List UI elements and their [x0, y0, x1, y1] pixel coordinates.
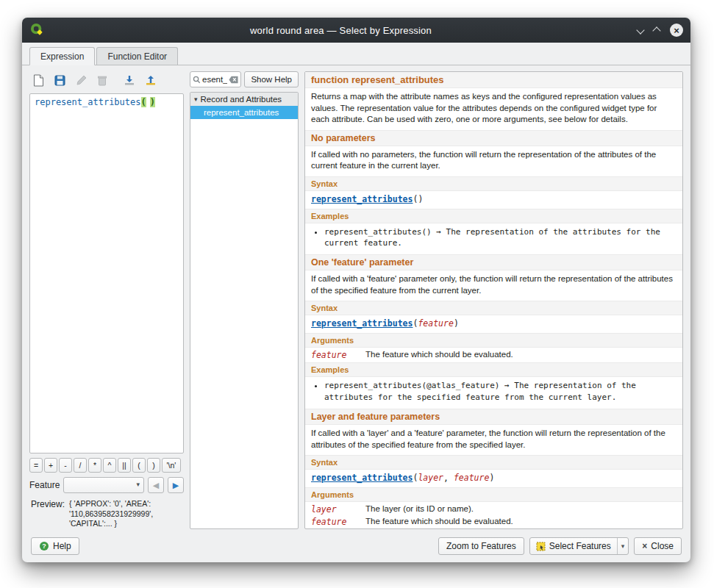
show-help-button[interactable]: Show Help: [244, 71, 299, 87]
select-features-dropdown[interactable]: ▾: [617, 538, 629, 554]
syntax-code: represent_attributes(layer, feature): [311, 473, 676, 483]
delete-expression-button[interactable]: [93, 71, 111, 89]
zoom-to-features-button[interactable]: Zoom to Features: [438, 537, 524, 555]
chevron-down-icon: ▾: [621, 542, 625, 550]
next-feature-button[interactable]: ▶: [168, 477, 184, 493]
syntax-fn: represent_attributes: [311, 194, 413, 204]
chevron-down-icon: ▾: [136, 481, 140, 488]
syntax-arg: feature: [418, 318, 453, 329]
pencil-icon: [76, 75, 87, 86]
operator-newline-button[interactable]: '\n': [162, 458, 181, 473]
feature-row: Feature ▾ ◀ ▶: [29, 477, 184, 493]
operator-divide-button[interactable]: /: [74, 458, 87, 473]
operator-equals-button[interactable]: =: [29, 458, 43, 473]
argument-description: The layer (or its ID or name).: [365, 504, 676, 514]
new-file-icon: [33, 74, 44, 87]
argument-row: feature The feature which should be eval…: [311, 350, 676, 360]
section-heading-layer-and-feature: Layer and feature parameters: [305, 409, 682, 425]
export-icon: [145, 74, 157, 86]
feature-combobox[interactable]: ▾: [63, 477, 144, 493]
examples-label: Examples: [305, 362, 682, 377]
example-code: represent_attributes(@atlas_feature): [324, 381, 499, 390]
help-intro: Returns a map with the attribute names a…: [311, 91, 676, 126]
tree-item-represent-attributes[interactable]: represent_attributes: [190, 106, 298, 119]
svg-text:?: ?: [42, 542, 46, 550]
close-paren: ): [150, 97, 155, 107]
arguments-label: Arguments: [305, 487, 682, 502]
expression-toolbar: [29, 71, 184, 89]
argument-description: The feature which should be evaluated.: [365, 350, 676, 360]
previous-feature-button[interactable]: ◀: [148, 477, 164, 493]
syntax-label: Syntax: [305, 455, 682, 470]
help-button-label: Help: [53, 541, 71, 551]
tree-group-label: Record and Attributes: [201, 95, 282, 104]
clear-search-icon[interactable]: [229, 76, 238, 84]
tab-bar: Expression Function Editor: [22, 43, 690, 65]
titlebar[interactable]: world round area — Select by Expression …: [22, 18, 690, 43]
syntax-code: represent_attributes(feature): [311, 318, 676, 329]
operator-open-paren-button[interactable]: (: [132, 458, 146, 473]
window-close-button[interactable]: ×: [670, 24, 683, 37]
export-expressions-button[interactable]: [142, 71, 160, 89]
expression-editor[interactable]: represent_attributes(): [29, 93, 184, 453]
save-expression-button[interactable]: [51, 71, 68, 89]
argument-name: layer: [311, 504, 358, 514]
operator-power-button[interactable]: ^: [103, 458, 116, 473]
example-item: represent_attributes(@atlas_feature) → T…: [324, 380, 676, 403]
examples-list: represent_attributes(@atlas_feature) → T…: [324, 380, 676, 403]
section-heading-one-feature: One 'feature' parameter: [305, 254, 682, 270]
argument-description: The feature which should be evaluated.: [365, 517, 676, 527]
new-expression-button[interactable]: [29, 71, 47, 89]
paren: ): [454, 318, 459, 329]
help-title: function represent_attributes: [305, 72, 682, 88]
example-item: represent_attributes() → The representat…: [324, 226, 676, 249]
examples-list: represent_attributes() → The representat…: [324, 226, 676, 249]
window-title: world round area — Select by Expression: [50, 25, 632, 36]
operator-multiply-button[interactable]: *: [88, 458, 101, 473]
preview-value: { 'APPROX': '0', 'AREA': '110,8639582319…: [69, 499, 184, 529]
arrow: →: [436, 227, 441, 237]
select-features-label: Select Features: [549, 541, 611, 551]
help-button[interactable]: ? Help: [31, 537, 79, 555]
window-menu-chevron-icon[interactable]: [638, 25, 643, 35]
paren: ): [489, 473, 494, 483]
operator-concat-button[interactable]: ||: [118, 458, 131, 473]
close-icon: ×: [642, 542, 647, 551]
expander-icon: ▾: [194, 96, 198, 103]
tab-expression[interactable]: Expression: [29, 47, 95, 65]
import-icon: [124, 74, 135, 86]
argument-name: feature: [311, 350, 358, 360]
feature-label: Feature: [29, 480, 60, 490]
argument-row: layer The layer (or its ID or name).: [311, 504, 676, 514]
syntax-fn: represent_attributes: [311, 318, 413, 329]
close-button[interactable]: × Close: [634, 537, 682, 555]
tree-group-record-and-attributes[interactable]: ▾ Record and Attributes: [190, 93, 298, 106]
trash-icon: [97, 75, 107, 86]
select-features-button[interactable]: Select Features ▾: [529, 537, 629, 555]
window-shade-chevron-icon[interactable]: [654, 25, 660, 36]
section-heading-no-parameters: No parameters: [305, 130, 682, 146]
import-expressions-button[interactable]: [121, 71, 138, 89]
select-features-icon: [536, 542, 546, 551]
zoom-to-features-label: Zoom to Features: [446, 541, 516, 551]
comma: ,: [443, 473, 454, 483]
arrow: →: [504, 381, 510, 390]
help-icon: ?: [39, 541, 49, 551]
argument-name: feature: [311, 517, 358, 527]
syntax-label: Syntax: [305, 176, 682, 191]
section-description: If called with a 'layer' and a 'feature'…: [311, 428, 676, 451]
syntax-fn: represent_attributes: [311, 473, 413, 483]
operator-close-paren-button[interactable]: ): [147, 458, 160, 473]
edit-expression-button[interactable]: [72, 71, 90, 89]
search-box[interactable]: [190, 71, 241, 87]
operator-minus-button[interactable]: -: [59, 458, 72, 473]
syntax-label: Syntax: [305, 301, 682, 315]
operator-plus-button[interactable]: +: [44, 458, 57, 473]
syntax-arg: layer: [418, 473, 443, 483]
function-search-input[interactable]: [202, 75, 227, 84]
open-paren: (: [141, 97, 146, 107]
tab-function-editor[interactable]: Function Editor: [96, 47, 178, 65]
preview-label: Preview:: [31, 499, 65, 509]
search-row: Show Help: [190, 71, 299, 87]
qgis-logo-icon: [29, 22, 44, 39]
